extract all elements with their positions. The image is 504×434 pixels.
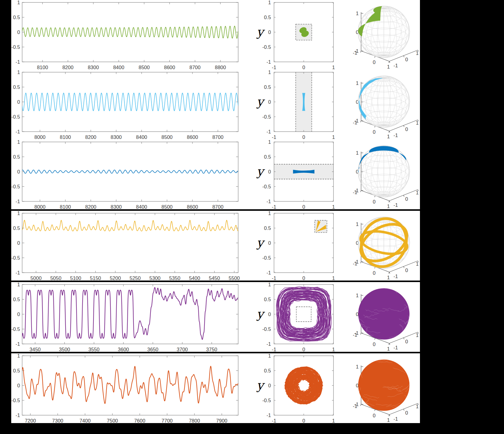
svg-text:0.5: 0.5 bbox=[13, 15, 20, 20]
svg-text:1: 1 bbox=[387, 346, 390, 352]
svg-text:0: 0 bbox=[17, 169, 20, 174]
phase-plot: -10110.50-0.5-1y bbox=[256, 211, 335, 281]
svg-text:0: 0 bbox=[302, 134, 305, 140]
svg-text:1: 1 bbox=[356, 364, 359, 369]
svg-text:8600: 8600 bbox=[187, 134, 198, 140]
svg-text:1: 1 bbox=[356, 150, 359, 156]
svg-text:8100: 8100 bbox=[60, 204, 71, 209]
svg-text:1: 1 bbox=[356, 293, 359, 298]
svg-text:-1: -1 bbox=[353, 403, 357, 409]
svg-text:1: 1 bbox=[332, 418, 335, 423]
row-5-purple: 345035003550360036503700375010.50-0.5-1-… bbox=[11, 282, 420, 352]
svg-text:1: 1 bbox=[416, 50, 418, 56]
row-3-blue-svg: 8000810082008300840085008600870010.50-0.… bbox=[11, 140, 420, 209]
svg-text:0: 0 bbox=[373, 341, 375, 347]
phase-plot: -10110.50-0.5-1y bbox=[256, 140, 335, 209]
svg-text:8400: 8400 bbox=[113, 65, 124, 70]
svg-text:7200: 7200 bbox=[25, 418, 36, 423]
svg-text:-1: -1 bbox=[266, 129, 271, 134]
svg-text:-0.5: -0.5 bbox=[262, 398, 271, 403]
sphere-plot: 10-1-101-101 bbox=[353, 6, 419, 69]
svg-text:8700: 8700 bbox=[212, 134, 224, 140]
svg-text:1: 1 bbox=[268, 140, 271, 145]
svg-text:1: 1 bbox=[268, 0, 271, 5]
svg-text:-0.5: -0.5 bbox=[262, 44, 271, 50]
svg-text:0: 0 bbox=[17, 29, 20, 35]
svg-text:1: 1 bbox=[332, 275, 335, 281]
svg-text:0: 0 bbox=[268, 240, 271, 246]
svg-text:y: y bbox=[256, 25, 265, 39]
svg-text:3500: 3500 bbox=[59, 347, 70, 352]
svg-text:1: 1 bbox=[332, 347, 335, 352]
svg-text:7600: 7600 bbox=[134, 418, 145, 423]
svg-text:8000: 8000 bbox=[34, 134, 46, 140]
svg-text:0: 0 bbox=[373, 199, 375, 204]
svg-text:1: 1 bbox=[17, 353, 20, 358]
row-2-cyan-svg: 8000810082008300840085008600870010.50-0.… bbox=[11, 70, 420, 140]
svg-text:3450: 3450 bbox=[29, 347, 41, 352]
svg-text:0: 0 bbox=[17, 311, 20, 317]
svg-text:3700: 3700 bbox=[177, 347, 188, 352]
svg-text:8500: 8500 bbox=[161, 204, 173, 209]
svg-text:-0.5: -0.5 bbox=[12, 184, 20, 189]
svg-text:8200: 8200 bbox=[85, 134, 96, 140]
sphere-plot: 10-1-101-101 bbox=[353, 76, 419, 139]
svg-text:8300: 8300 bbox=[88, 65, 99, 70]
svg-text:1: 1 bbox=[387, 417, 390, 423]
svg-text:8600: 8600 bbox=[187, 204, 198, 209]
svg-text:0: 0 bbox=[405, 196, 408, 202]
svg-text:-1: -1 bbox=[353, 120, 357, 125]
svg-text:5200: 5200 bbox=[110, 275, 121, 281]
svg-text:1: 1 bbox=[268, 282, 271, 287]
svg-text:0: 0 bbox=[302, 275, 305, 281]
svg-text:-0.5: -0.5 bbox=[12, 326, 20, 332]
svg-text:5150: 5150 bbox=[90, 275, 101, 281]
svg-text:-1: -1 bbox=[394, 416, 398, 422]
svg-text:0.5: 0.5 bbox=[13, 368, 20, 373]
svg-text:8400: 8400 bbox=[136, 134, 147, 140]
row-5-purple-svg: 345035003550360036503700375010.50-0.5-1-… bbox=[11, 282, 420, 352]
sphere-plot: 10-1-101-101 bbox=[353, 211, 419, 280]
svg-text:-0.5: -0.5 bbox=[262, 255, 271, 261]
timeseries-plot: 7200730074007500760077007800790010.50-0.… bbox=[12, 353, 238, 423]
svg-text:0: 0 bbox=[405, 57, 408, 62]
svg-text:-1: -1 bbox=[272, 275, 276, 281]
figure-canvas: 8100820083008400850086008700880010.50-0.… bbox=[11, 0, 420, 423]
svg-text:3750: 3750 bbox=[206, 347, 217, 352]
row-1-green: 8100820083008400850086008700880010.50-0.… bbox=[11, 0, 420, 70]
svg-text:1: 1 bbox=[268, 70, 271, 75]
svg-text:8500: 8500 bbox=[139, 65, 150, 70]
svg-text:1: 1 bbox=[387, 134, 390, 139]
svg-text:1: 1 bbox=[17, 282, 20, 287]
svg-text:8000: 8000 bbox=[34, 204, 46, 209]
svg-text:1: 1 bbox=[416, 404, 418, 409]
svg-text:0: 0 bbox=[268, 29, 271, 35]
phase-plot: -10110.50-0.5-1y bbox=[256, 0, 335, 70]
svg-text:3650: 3650 bbox=[147, 347, 158, 352]
svg-text:5050: 5050 bbox=[50, 275, 62, 281]
svg-text:-1: -1 bbox=[272, 204, 276, 209]
timeseries-plot: 5000505051005150520052505300535054005450… bbox=[12, 211, 240, 281]
svg-text:-1: -1 bbox=[15, 270, 20, 275]
svg-text:3550: 3550 bbox=[88, 347, 100, 352]
svg-text:7400: 7400 bbox=[79, 418, 91, 423]
svg-text:0: 0 bbox=[405, 339, 408, 344]
svg-text:y: y bbox=[256, 95, 265, 109]
svg-text:0.5: 0.5 bbox=[264, 154, 271, 160]
svg-text:0.5: 0.5 bbox=[264, 15, 271, 20]
svg-text:-0.5: -0.5 bbox=[12, 255, 20, 261]
row-6-orange: 7200730074007500760077007800790010.50-0.… bbox=[11, 353, 420, 423]
svg-text:0: 0 bbox=[373, 413, 375, 418]
sphere-plot: 10-1-101-101 bbox=[353, 288, 419, 352]
svg-text:-1: -1 bbox=[394, 202, 398, 208]
svg-text:0: 0 bbox=[405, 126, 408, 132]
svg-text:-1: -1 bbox=[353, 190, 357, 195]
svg-text:-1: -1 bbox=[266, 341, 271, 347]
svg-text:-1: -1 bbox=[353, 332, 357, 338]
svg-text:-0.5: -0.5 bbox=[262, 184, 271, 189]
row-4-yellow: 5000505051005150520052505300535054005450… bbox=[11, 211, 420, 281]
svg-text:7500: 7500 bbox=[107, 418, 118, 423]
svg-text:8800: 8800 bbox=[215, 65, 226, 70]
svg-text:0: 0 bbox=[302, 418, 305, 423]
svg-text:5000: 5000 bbox=[30, 275, 42, 281]
